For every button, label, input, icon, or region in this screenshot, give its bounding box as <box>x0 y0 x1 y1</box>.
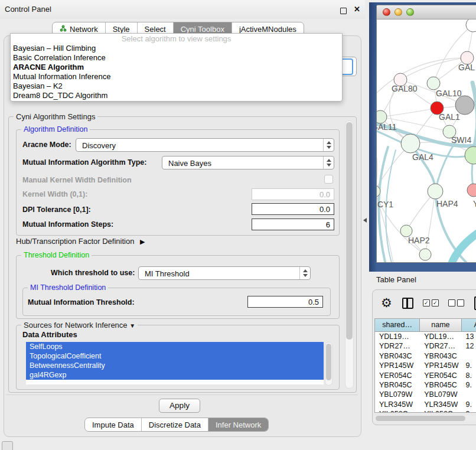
network-canvas[interactable]: GALGAL80GAL10GAL1GAL11SWI4GAL4GCY1HAP4YH… <box>377 19 476 262</box>
table-row[interactable]: YLR345WYLR345W9. <box>375 400 476 409</box>
algorithm-option[interactable]: Bayesian – Hill Climbing <box>11 44 342 53</box>
tab-label: Network <box>70 25 98 34</box>
network-node[interactable] <box>419 249 431 260</box>
network-node[interactable] <box>466 19 476 32</box>
table-body: YDL19…YDL19…13YDR27…YDR27…12YBR043CYBR04… <box>375 332 476 413</box>
table-row[interactable]: YBL079WYBL079W <box>375 390 476 399</box>
network-node[interactable] <box>427 77 440 90</box>
expand-arrow-icon[interactable]: ▶ <box>140 238 145 245</box>
algorithm-popup-list: Bayesian – Hill ClimbingBasic Correlatio… <box>11 44 342 100</box>
tab-infer-network[interactable]: Infer Network <box>208 418 268 431</box>
table-horizontal-scrollbar[interactable] <box>374 415 476 422</box>
network-window-titlebar[interactable] <box>377 5 476 19</box>
node-table[interactable]: shared…nameA YDL19…YDL19…13YDR27…YDR27…1… <box>374 318 476 413</box>
network-node[interactable] <box>377 110 387 123</box>
threshold-definition-group: Threshold Definition Which threshold to … <box>16 255 340 319</box>
group-title: Algorithm Definition <box>21 125 90 133</box>
gear-icon[interactable]: ⚙ <box>381 296 392 309</box>
kernel-width-field[interactable]: 0.0 <box>252 188 334 200</box>
network-node[interactable] <box>465 146 476 164</box>
data-attributes-label: Data Attributes <box>22 330 77 339</box>
column-header[interactable]: A <box>462 319 476 332</box>
table-row[interactable]: YPR145WYPR145W9. <box>375 361 476 370</box>
checked-box-icon: ✓ <box>423 299 430 306</box>
combobox-stepper-icon[interactable] <box>299 267 310 279</box>
network-node[interactable] <box>467 184 476 197</box>
table-toolbar: ⚙ ✓ ✓ <box>381 295 476 311</box>
network-node[interactable] <box>428 184 443 199</box>
zoom-traffic-light-icon[interactable] <box>406 8 414 16</box>
algorithm-option[interactable]: Dream8 DC_TDC Algorithm <box>11 91 342 100</box>
unchecked-box-icon <box>448 299 455 306</box>
network-node[interactable] <box>400 225 412 237</box>
table-cell: YBR043C <box>375 351 420 361</box>
algorithm-option[interactable]: Bayesian – K2 <box>11 81 342 91</box>
manual-kernel-checkbox[interactable] <box>324 175 333 184</box>
deselect-all-columns-icon[interactable] <box>448 299 464 306</box>
mi-type-combobox[interactable]: Naive Bayes <box>162 156 334 169</box>
table-cell: YPR145W <box>375 361 420 370</box>
which-threshold-combobox[interactable]: MI Threshold <box>138 266 311 280</box>
table-row[interactable]: YDR27…YDR27…12 <box>375 341 476 351</box>
tab-label: Impute Data <box>92 420 134 429</box>
kernel-width-label: Kernel Width (0,1): <box>22 190 87 198</box>
checked-box-icon: ✓ <box>432 299 439 306</box>
table-cell: 9 <box>462 409 476 413</box>
group-title: Cyni Algorithm Settings <box>14 112 97 121</box>
attribute-list-item[interactable]: TopologicalCoefficient <box>26 351 324 361</box>
float-panel-icon[interactable] <box>340 8 347 14</box>
table-cell: YIL052C <box>420 409 461 413</box>
hub-definition-toggle[interactable]: Hub/Transcription Factor Definition ▶ <box>16 237 145 246</box>
settings-scrollbar[interactable] <box>345 120 354 389</box>
control-panel-title: Control Panel <box>5 5 51 14</box>
algorithm-option[interactable]: Basic Correlation Inference <box>11 53 342 63</box>
columns-icon[interactable] <box>402 298 413 309</box>
column-header[interactable]: shared… <box>375 319 420 332</box>
tab-discretize-data[interactable]: Discretize Data <box>141 418 208 431</box>
control-panel: Control Panel ✕ Network Style Select C <box>0 0 365 450</box>
table-row[interactable]: YBR045CYBR045C9. <box>375 380 476 390</box>
aracne-mode-combobox[interactable]: Discovery <box>76 138 334 152</box>
tab-impute-data[interactable]: Impute Data <box>85 418 141 431</box>
algorithm-option[interactable]: Mutual Information Inference <box>11 72 342 81</box>
dpi-tolerance-field[interactable]: 0.0 <box>252 203 334 215</box>
attribute-list-item[interactable]: SelfLoops <box>26 342 324 351</box>
table-cell: 9. <box>462 380 476 390</box>
which-threshold-label: Which threshold to use: <box>51 269 135 277</box>
unchecked-box-icon <box>457 299 464 306</box>
minimized-panel-icon[interactable] <box>2 441 13 450</box>
table-row[interactable]: YIL052CYIL052C9 <box>375 409 476 413</box>
sources-toggle[interactable]: Sources for Network Inference ▼ <box>21 321 138 330</box>
mi-threshold-field[interactable]: 0.5 <box>247 296 323 308</box>
attribute-list-item[interactable]: BetweennessCentrality <box>26 361 324 370</box>
algorithm-option[interactable]: ARACNE Algorithm <box>11 63 342 72</box>
attribute-list-item[interactable]: gal4RGexp <box>26 370 324 380</box>
column-header[interactable]: name <box>420 319 461 332</box>
select-all-columns-icon[interactable]: ✓ ✓ <box>423 299 439 306</box>
table-row[interactable]: YER054CYER054C8. <box>375 371 476 380</box>
network-view-window: GALGAL80GAL10GAL1GAL11SWI4GAL4GCY1HAP4YH… <box>376 5 476 263</box>
table-cell: YBR045C <box>375 380 420 390</box>
network-graph[interactable]: GALGAL80GAL10GAL1GAL11SWI4GAL4GCY1HAP4YH… <box>377 19 476 262</box>
combobox-stepper-icon[interactable] <box>323 156 334 169</box>
minimize-traffic-light-icon[interactable] <box>395 8 402 16</box>
mi-threshold-group: MI Threshold Definition Mutual Informati… <box>22 288 331 316</box>
close-traffic-light-icon[interactable] <box>383 8 390 16</box>
combobox-stepper[interactable] <box>341 58 353 75</box>
tab-label: Infer Network <box>216 420 261 429</box>
node-label: GAL1 <box>439 112 460 122</box>
mi-steps-field[interactable]: 6 <box>252 219 334 230</box>
network-node[interactable] <box>401 134 420 153</box>
manual-kernel-label: Manual Kernel Width Definition <box>22 176 132 184</box>
apply-button[interactable]: Apply <box>159 399 200 413</box>
table-row[interactable]: YBR043CYBR043C <box>375 351 476 361</box>
attributes-scrollbar[interactable] <box>325 342 332 386</box>
control-panel-titlebar: Control Panel ✕ <box>0 0 365 19</box>
table-row[interactable]: YDL19…YDL19…13 <box>375 332 476 341</box>
tab-label: Select <box>145 25 166 34</box>
cyni-bottom-tabs: Impute Data Discretize Data Infer Networ… <box>84 418 269 432</box>
close-icon[interactable]: ✕ <box>354 5 360 14</box>
mi-threshold-label: Mutual Information Threshold: <box>28 298 135 306</box>
collapse-arrow-icon[interactable]: ▼ <box>129 322 135 329</box>
combobox-stepper-icon[interactable] <box>323 139 334 151</box>
